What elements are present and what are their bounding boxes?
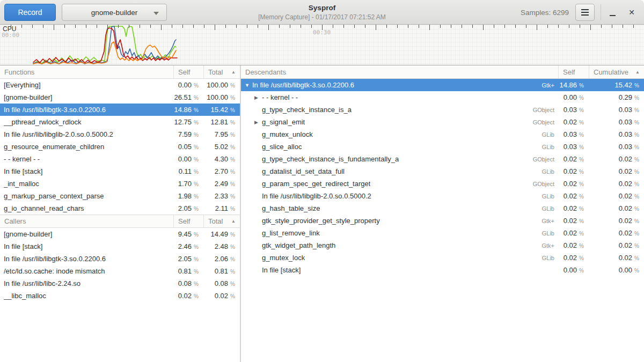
table-row[interactable]: ▼In file /usr/lib/libgtk-3.so.0.2200.6Gt… (241, 79, 644, 91)
table-row[interactable]: In file /usr/lib/libglib-2.0.so.0.5000.2… (241, 190, 644, 202)
function-name-cell: __pthread_rwlock_rdlock (0, 116, 173, 128)
table-row[interactable]: __pthread_rwlock_rdlock12.75 %12.81 % (0, 116, 240, 128)
table-row[interactable]: ▶g_signal_emitGObject0.02 %0.03 % (241, 116, 644, 128)
cumulative-percent-cell: 15.42 % (589, 81, 644, 89)
table-row[interactable]: g_io_channel_read_chars2.05 %2.11 % (0, 202, 240, 215)
expander-closed-icon[interactable]: ▶ (254, 95, 262, 100)
timeline-tick (107, 25, 108, 30)
self-percent-cell: 2.05 % (173, 255, 203, 263)
timeline-tick (215, 25, 215, 30)
function-name-cell: /etc/ld.so.cache: inode mismatch (0, 265, 173, 277)
table-row[interactable]: gtk_style_provider_get_style_propertyGtk… (241, 215, 644, 227)
table-row[interactable]: In file /usr/lib/libgtk-3.so.0.2200.62.0… (0, 253, 240, 265)
total-percent-cell: 0.02 % (203, 292, 240, 300)
timeline-tick (193, 25, 194, 28)
table-row[interactable]: g_param_spec_get_redirect_targetGObject0… (241, 178, 644, 190)
total-percent-cell: 0.81 % (203, 267, 240, 275)
self-percent-cell: 0.02 % (558, 254, 589, 262)
table-row[interactable]: In file /usr/lib/libgtk-3.so.0.2200.614.… (0, 104, 240, 116)
total-percent-cell: 100.00 % (203, 81, 240, 89)
table-row[interactable]: [gnome-builder]9.45 %14.49 % (0, 228, 240, 240)
timeline-tick (86, 25, 86, 28)
timeline-tick (21, 25, 22, 28)
expander-closed-icon[interactable]: ▶ (254, 120, 262, 125)
function-name-cell: g_resource_enumerate_children (0, 141, 173, 153)
capture-subtitle: [Memory Capture] - 01/17/2017 07:21:52 A… (215, 13, 429, 21)
timeline-tick (472, 25, 473, 28)
cumulative-percent-cell: 0.02 % (589, 254, 644, 262)
table-row[interactable]: In file /usr/lib/libglib-2.0.so.0.5000.2… (0, 128, 240, 141)
descendants-column-header[interactable]: Descendants (241, 65, 558, 78)
table-row[interactable]: g_hash_table_sizeGLib0.02 %0.02 % (241, 202, 644, 215)
table-row[interactable]: __libc_malloc0.02 %0.02 % (0, 290, 240, 302)
table-row[interactable]: g_type_check_instance_is_aGObject0.03 %0… (241, 104, 644, 116)
descendants-self-column-header[interactable]: Self (558, 65, 589, 78)
table-row[interactable]: g_mutex_unlockGLib0.03 %0.03 % (241, 128, 644, 141)
library-badge: GLib (542, 205, 558, 212)
callers-column-header[interactable]: Callers (0, 215, 173, 227)
menu-button[interactable] (575, 4, 595, 21)
table-row[interactable]: g_type_check_instance_is_fundamentally_a… (241, 153, 644, 165)
expander-open-icon[interactable]: ▼ (245, 83, 252, 88)
table-row[interactable]: [gnome-builder]26.51 %100.00 % (0, 91, 240, 104)
table-row[interactable]: In file /usr/lib/libc-2.24.so0.08 %0.08 … (0, 277, 240, 290)
target-selector-dropdown[interactable]: gnome-builder (62, 4, 167, 21)
table-row[interactable]: gtk_widget_path_lengthGtk+0.02 %0.02 % (241, 239, 644, 252)
record-button[interactable]: Record (4, 4, 56, 21)
table-row[interactable]: g_list_remove_linkGLib0.02 %0.02 % (241, 227, 644, 239)
callers-self-column-header[interactable]: Self (173, 215, 203, 227)
functions-total-column-header[interactable]: Total ▲ (203, 65, 240, 78)
table-row[interactable]: g_datalist_id_set_data_fullGLib0.02 %0.0… (241, 165, 644, 178)
table-row[interactable]: In file [stack]0.11 %2.70 % (0, 165, 240, 178)
self-percent-cell: 0.05 % (173, 143, 203, 151)
close-button[interactable]: ✕ (624, 4, 640, 21)
function-name-cell: In file [stack] (0, 240, 173, 253)
sort-ascending-icon: ▲ (228, 219, 236, 224)
table-row[interactable]: g_resource_enumerate_children0.05 %5.02 … (0, 141, 240, 153)
table-row[interactable]: g_mutex_lockGLib0.02 %0.02 % (241, 252, 644, 264)
timeline-tick (419, 25, 419, 28)
timeline-tick (537, 25, 537, 30)
self-percent-cell: 0.00 % (558, 93, 589, 101)
descendant-name-cell: g_mutex_unlockGLib (241, 128, 558, 141)
minimize-button[interactable] (604, 4, 620, 21)
self-percent-cell: 0.02 % (558, 241, 589, 249)
descendants-cumulative-column-header[interactable]: Cumulative ▲ (589, 65, 644, 78)
timeline-tick (129, 25, 129, 28)
timeline-tick (301, 25, 301, 28)
total-percent-cell: 2.49 % (203, 180, 240, 188)
table-row[interactable]: g_slice_allocGLib0.03 %0.03 % (241, 141, 644, 153)
functions-column-header[interactable]: Functions (0, 65, 173, 78)
self-percent-cell: 0.02 % (558, 192, 589, 200)
main-content: Functions Self Total ▲ [Everything]0.00 … (0, 65, 644, 362)
descendant-name-cell: g_datalist_id_set_data_fullGLib (241, 165, 558, 178)
table-row[interactable]: In file [stack]0.00 %0.00 % (241, 264, 644, 276)
self-percent-cell: 0.02 % (173, 292, 203, 300)
table-row[interactable]: /etc/ld.so.cache: inode mismatch0.81 %0.… (0, 265, 240, 277)
table-row[interactable]: g_markup_parse_context_parse1.98 %2.33 % (0, 190, 240, 202)
table-row[interactable]: ▶- - kernel - -0.00 %0.29 % (241, 91, 644, 104)
callers-table-body: [gnome-builder]9.45 %14.49 %In file [sta… (0, 228, 240, 302)
timeline-tick (623, 25, 623, 28)
table-row[interactable]: - - kernel - -0.00 %4.30 % (0, 153, 240, 165)
target-selector-label: gnome-builder (91, 9, 137, 17)
table-row[interactable]: In file [stack]2.46 %2.48 % (0, 240, 240, 253)
library-badge: GObject (533, 181, 558, 187)
self-percent-cell: 0.11 % (173, 167, 203, 175)
timeline-tick (462, 25, 462, 28)
table-row[interactable]: [Everything]0.00 %100.00 % (0, 79, 240, 91)
library-badge: GLib (542, 230, 558, 237)
headerbar-separator (601, 4, 601, 20)
callers-total-column-header[interactable]: Total ▲ (203, 215, 240, 227)
function-name-cell: g_io_channel_read_chars (0, 202, 173, 215)
functions-self-column-header[interactable]: Self (173, 65, 203, 78)
table-row[interactable]: _int_malloc1.70 %2.49 % (0, 178, 240, 190)
function-name-cell: _int_malloc (0, 178, 173, 190)
window-title-area: Sysprof [Memory Capture] - 01/17/2017 07… (215, 3, 429, 21)
cpu-timeline-graph[interactable]: CPU 00:00 00:30 (0, 25, 644, 65)
functions-table-body: [Everything]0.00 %100.00 %[gnome-builder… (0, 79, 240, 215)
function-name-cell: In file [stack] (0, 165, 173, 178)
function-name-cell: __libc_malloc (0, 290, 173, 302)
library-badge: GLib (542, 255, 558, 261)
cumulative-percent-cell: 0.02 % (589, 155, 644, 163)
